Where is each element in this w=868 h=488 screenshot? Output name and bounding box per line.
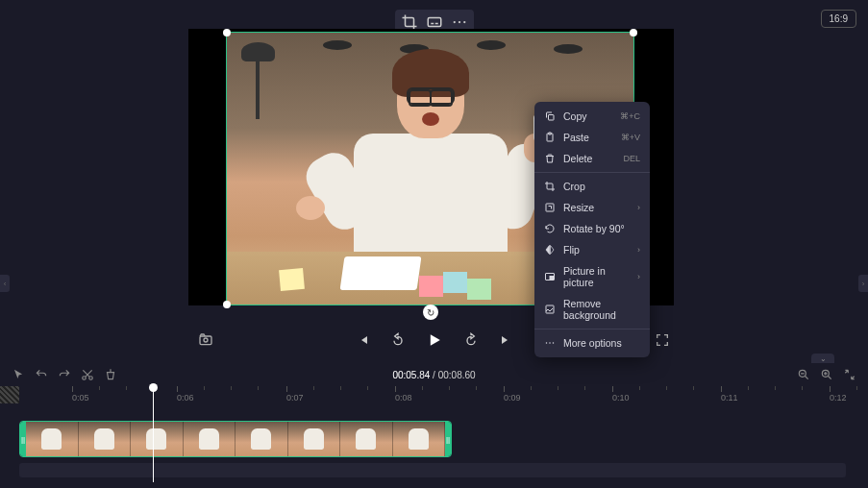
menu-label: Delete xyxy=(563,153,615,164)
clip-thumbnail xyxy=(288,422,341,456)
svg-point-13 xyxy=(553,342,555,344)
menu-label: Rotate by 90° xyxy=(563,223,640,234)
resize-icon xyxy=(544,202,556,213)
menu-label: Flip xyxy=(563,244,630,256)
more-icon xyxy=(544,337,556,349)
timeline-toolbar: 00:05.84 / 00:08.60 xyxy=(0,365,868,384)
menu-removebg[interactable]: Remove background xyxy=(534,293,650,326)
clip-thumbnail xyxy=(393,422,446,456)
rotate-icon xyxy=(544,223,556,234)
fullscreen-icon[interactable] xyxy=(655,332,670,348)
trash-icon xyxy=(544,153,556,164)
redo-icon[interactable] xyxy=(58,368,71,381)
pointer-icon[interactable] xyxy=(12,368,25,381)
menu-pip[interactable]: Picture in picture › xyxy=(534,260,650,293)
svg-point-15 xyxy=(204,338,208,342)
clip-thumbnail xyxy=(184,422,236,456)
clip-thumbnail xyxy=(340,422,393,456)
video-clip-track[interactable]: || || xyxy=(19,421,452,457)
flip-icon xyxy=(544,244,556,256)
rewind-icon[interactable] xyxy=(390,332,406,348)
play-button[interactable] xyxy=(425,330,444,350)
timecode-current: 00:05.84 xyxy=(392,370,430,380)
playhead[interactable] xyxy=(153,386,154,482)
menu-divider xyxy=(534,172,650,173)
skip-end-icon[interactable] xyxy=(498,332,513,348)
menu-shortcut: ⌘+V xyxy=(621,133,640,142)
menu-flip[interactable]: Flip › xyxy=(534,239,650,260)
resize-handle-tl[interactable] xyxy=(223,29,231,37)
left-panel-handle[interactable]: ‹ xyxy=(0,275,10,292)
svg-rect-4 xyxy=(549,115,555,121)
chevron-right-icon: › xyxy=(637,203,640,212)
skip-start-icon[interactable] xyxy=(356,332,371,348)
rotate-handle[interactable]: ↻ xyxy=(423,305,438,320)
fit-icon[interactable] xyxy=(843,368,856,381)
menu-label: Remove background xyxy=(563,298,640,321)
menu-paste[interactable]: Paste ⌘+V xyxy=(534,127,650,148)
menu-resize[interactable]: Resize › xyxy=(534,197,650,218)
screenshot-icon[interactable] xyxy=(198,332,213,348)
crop-icon xyxy=(544,181,556,192)
preview-controls xyxy=(0,329,868,352)
menu-label: More options xyxy=(563,337,640,349)
svg-point-11 xyxy=(546,342,548,344)
menu-copy[interactable]: Copy ⌘+C xyxy=(534,106,650,127)
menu-label: Picture in picture xyxy=(563,265,630,288)
menu-delete[interactable]: Delete DEL xyxy=(534,148,650,169)
marker-icon[interactable] xyxy=(104,368,117,381)
menu-more[interactable]: More options xyxy=(534,332,650,354)
svg-point-2 xyxy=(458,21,459,23)
clip-thumbnail xyxy=(131,422,184,456)
paste-icon xyxy=(544,132,556,143)
collapse-panel-tab[interactable]: ⌄ xyxy=(811,354,834,363)
svg-rect-7 xyxy=(546,204,554,211)
svg-rect-9 xyxy=(550,277,554,280)
zoom-out-icon[interactable] xyxy=(797,368,810,381)
clip-trim-right[interactable]: || xyxy=(445,422,451,456)
resize-handle-bl[interactable] xyxy=(223,301,231,308)
menu-crop[interactable]: Crop xyxy=(534,176,650,197)
menu-label: Crop xyxy=(563,181,640,192)
menu-divider xyxy=(534,329,650,329)
timecode: 00:05.84 / 00:08.60 xyxy=(392,370,475,380)
resize-handle-tr[interactable] xyxy=(630,29,637,37)
right-panel-handle[interactable]: › xyxy=(858,275,868,292)
clip-thumbnail xyxy=(79,422,132,456)
clip-thumbnail xyxy=(236,422,288,456)
chevron-right-icon: › xyxy=(637,245,640,255)
context-menu: Copy ⌘+C Paste ⌘+V Delete DEL Crop Resiz… xyxy=(534,102,650,357)
svg-point-17 xyxy=(89,377,93,380)
aspect-ratio-badge[interactable]: 16:9 xyxy=(821,10,856,28)
svg-rect-0 xyxy=(428,18,441,27)
menu-rotate[interactable]: Rotate by 90° xyxy=(534,218,650,239)
svg-rect-10 xyxy=(546,305,554,313)
forward-icon[interactable] xyxy=(463,332,479,348)
pip-icon xyxy=(544,271,556,282)
menu-label: Resize xyxy=(563,202,630,213)
removebg-icon xyxy=(544,304,556,315)
timecode-total: 00:08.60 xyxy=(438,370,476,380)
svg-rect-14 xyxy=(200,336,211,345)
chevron-right-icon: › xyxy=(637,272,640,281)
empty-track[interactable] xyxy=(19,463,846,477)
menu-label: Paste xyxy=(563,132,613,143)
cut-icon[interactable] xyxy=(81,368,94,381)
clip-thumbnail xyxy=(26,422,79,456)
svg-point-3 xyxy=(463,21,465,23)
svg-point-16 xyxy=(83,377,87,380)
copy-icon xyxy=(544,110,556,122)
ruler-grip[interactable] xyxy=(0,386,19,403)
svg-point-12 xyxy=(549,342,551,344)
undo-icon[interactable] xyxy=(35,368,48,381)
svg-point-1 xyxy=(453,21,455,23)
timeline-ruler[interactable]: 0:050:060:070:080:090:100:110:12 xyxy=(0,386,868,403)
zoom-in-icon[interactable] xyxy=(820,368,833,381)
menu-shortcut: ⌘+C xyxy=(620,111,640,121)
menu-label: Copy xyxy=(563,110,612,122)
menu-shortcut: DEL xyxy=(623,154,640,163)
